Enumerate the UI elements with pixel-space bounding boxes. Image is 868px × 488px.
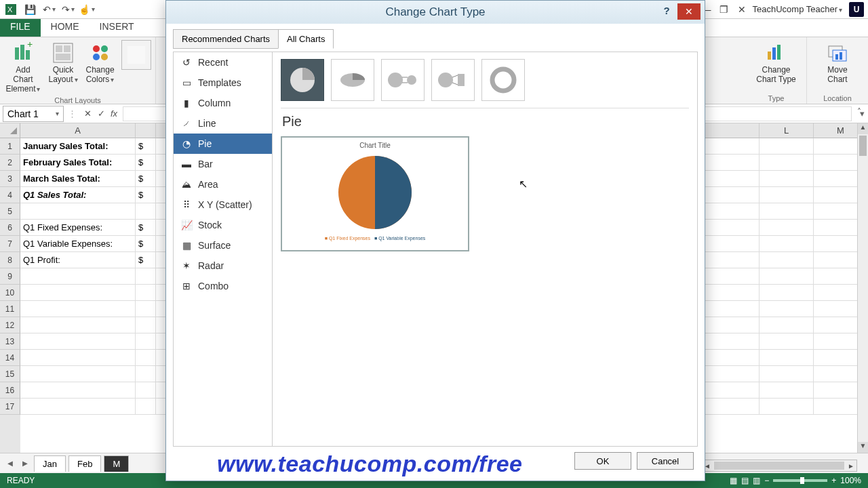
row-header[interactable]: 12 xyxy=(0,317,20,333)
row-header[interactable]: 8 xyxy=(0,252,20,268)
fx-icon[interactable]: fx xyxy=(111,108,117,119)
cell[interactable] xyxy=(760,138,814,155)
sidebar-item-area[interactable]: ⛰Area xyxy=(174,174,272,195)
row-header[interactable]: 17 xyxy=(0,399,20,415)
chart-style-thumb[interactable] xyxy=(121,40,151,70)
select-all-corner[interactable] xyxy=(0,123,20,138)
cell[interactable] xyxy=(20,399,136,415)
sidebar-item-recent[interactable]: ↺Recent xyxy=(174,52,272,73)
sidebar-item-pie[interactable]: ◔Pie xyxy=(174,134,272,154)
cell[interactable] xyxy=(136,268,156,285)
cell[interactable]: Q1 Variable Expenses: xyxy=(20,236,136,252)
zoom-slider[interactable] xyxy=(773,479,827,482)
view-page-layout-icon[interactable]: ▤ xyxy=(741,476,749,485)
cell[interactable]: $ xyxy=(136,187,156,203)
sheet-tab-jan[interactable]: Jan xyxy=(34,455,66,472)
dialog-close-icon[interactable]: ✕ xyxy=(677,3,701,20)
cell[interactable]: $ xyxy=(136,155,156,171)
redo-icon[interactable]: ↷ xyxy=(61,3,75,16)
cancel-button[interactable]: Cancel xyxy=(637,452,694,470)
dialog-help-icon[interactable]: ? xyxy=(658,5,675,20)
row-header[interactable]: 16 xyxy=(0,382,20,399)
tab-insert[interactable]: INSERT xyxy=(90,16,144,37)
add-chart-element-button[interactable]: + Add Chart Element xyxy=(4,40,41,95)
cell[interactable] xyxy=(20,285,136,301)
cell[interactable] xyxy=(136,317,156,333)
cell[interactable] xyxy=(760,268,814,285)
cell[interactable]: January Sales Total: xyxy=(20,138,136,155)
cell[interactable] xyxy=(760,203,814,220)
cell[interactable] xyxy=(760,187,814,203)
row-header[interactable]: 5 xyxy=(0,203,20,220)
vertical-scrollbar[interactable]: ▲ ▼ xyxy=(857,123,868,453)
close-icon[interactable]: ✕ xyxy=(735,3,749,16)
subtype-bar-of-pie[interactable] xyxy=(431,59,475,101)
hscroll-right-icon[interactable]: ► xyxy=(846,462,856,470)
cell[interactable] xyxy=(136,203,156,220)
cell[interactable] xyxy=(760,220,814,236)
cell[interactable]: Q1 Fixed Expenses: xyxy=(20,220,136,236)
scroll-thumb[interactable] xyxy=(859,136,867,156)
quick-layout-button[interactable]: Quick Layout xyxy=(47,40,79,86)
row-header[interactable]: 14 xyxy=(0,350,20,366)
cell[interactable]: $ xyxy=(136,236,156,252)
sheet-nav-next-icon[interactable]: ► xyxy=(19,458,31,468)
cell[interactable]: $ xyxy=(136,138,156,155)
row-header[interactable]: 13 xyxy=(0,333,20,350)
cell[interactable] xyxy=(20,268,136,285)
row-header[interactable]: 4 xyxy=(0,187,20,203)
dialog-title-bar[interactable]: Change Chart Type ? ✕ xyxy=(166,1,705,24)
cell[interactable] xyxy=(760,350,814,366)
sidebar-item-radar[interactable]: ✶Radar xyxy=(174,256,272,276)
cell[interactable] xyxy=(20,317,136,333)
cell[interactable] xyxy=(136,301,156,317)
ok-button[interactable]: OK xyxy=(574,452,631,470)
col-header-L[interactable]: L xyxy=(760,123,814,138)
horizontal-scrollbar[interactable]: ◄ ► xyxy=(701,460,857,472)
name-box[interactable]: Chart 1 ▾ xyxy=(3,106,64,122)
row-header[interactable]: 7 xyxy=(0,236,20,252)
cell[interactable] xyxy=(20,301,136,317)
sidebar-item-stock[interactable]: 📈Stock xyxy=(174,215,272,235)
row-header[interactable]: 9 xyxy=(0,268,20,285)
collapse-ribbon-icon[interactable]: ˄ xyxy=(853,107,865,119)
cell[interactable]: Q1 Profit: xyxy=(20,252,136,268)
zoom-level[interactable]: 100% xyxy=(840,476,861,485)
view-page-break-icon[interactable]: ▥ xyxy=(753,476,760,485)
sidebar-item-templates[interactable]: ▭Templates xyxy=(174,73,272,93)
col-header-B[interactable] xyxy=(136,123,156,138)
subtype-pie[interactable] xyxy=(281,59,324,101)
sheet-tab-feb[interactable]: Feb xyxy=(68,455,101,472)
scroll-up-icon[interactable]: ▲ xyxy=(858,123,868,134)
cancel-formula-icon[interactable]: ✕ xyxy=(81,108,94,119)
row-header[interactable]: 1 xyxy=(0,138,20,155)
cell[interactable]: $ xyxy=(136,220,156,236)
cell[interactable] xyxy=(760,252,814,268)
sheet-nav-prev-icon[interactable]: ◄ xyxy=(4,458,16,468)
view-normal-icon[interactable]: ▦ xyxy=(730,476,737,485)
cell[interactable] xyxy=(760,366,814,382)
cell[interactable] xyxy=(760,382,814,399)
row-header[interactable]: 6 xyxy=(0,220,20,236)
undo-icon[interactable]: ↶ xyxy=(42,3,56,16)
cell[interactable]: $ xyxy=(136,171,156,187)
cell[interactable] xyxy=(136,333,156,350)
cell[interactable] xyxy=(760,155,814,171)
cell[interactable] xyxy=(760,236,814,252)
sidebar-item-line[interactable]: ⟋Line xyxy=(174,113,272,134)
account-name[interactable]: TeachUcomp Teacher xyxy=(753,4,846,14)
scroll-down-icon[interactable]: ▼ xyxy=(858,442,868,453)
tab-all-charts[interactable]: All Charts xyxy=(278,29,334,49)
cell[interactable] xyxy=(136,285,156,301)
chart-preview[interactable]: Chart Title Q1 Fixed Expenses Q1 Variabl… xyxy=(281,136,469,251)
cell[interactable] xyxy=(20,203,136,220)
move-chart-button[interactable]: Move Chart xyxy=(825,40,850,86)
col-header-A[interactable]: A xyxy=(20,123,136,138)
row-header[interactable]: 3 xyxy=(0,171,20,187)
cell[interactable] xyxy=(760,317,814,333)
cell[interactable] xyxy=(20,366,136,382)
cell[interactable] xyxy=(20,382,136,399)
tab-file[interactable]: FILE xyxy=(0,16,41,37)
cell[interactable] xyxy=(760,399,814,415)
row-header[interactable]: 11 xyxy=(0,301,20,317)
